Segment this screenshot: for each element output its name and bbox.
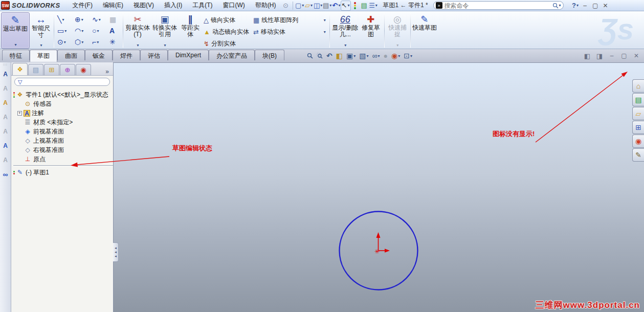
- mirror-entities-button[interactable]: △镜向实体: [202, 15, 251, 25]
- help-button[interactable]: ?▾: [571, 1, 580, 10]
- offset-entities-button[interactable]: ∥ 等距实体: [179, 12, 202, 49]
- solidworks-resources-tab[interactable]: ⌂: [632, 79, 644, 93]
- design-library-tab[interactable]: ▤: [632, 93, 644, 106]
- spline-tool[interactable]: ∿▾: [91, 16, 108, 23]
- select-tool-button[interactable]: ↖▾: [341, 1, 350, 10]
- tree-item-sketch1[interactable]: ✎ (-) 草图1: [13, 168, 113, 177]
- tree-item-material[interactable]: ☰ 材质 <未指定>: [13, 118, 113, 127]
- move-entities-button[interactable]: ⇄移动实体▾: [251, 27, 328, 37]
- sketch-text-tool[interactable]: A: [108, 27, 121, 34]
- tab-sheet-metal[interactable]: 钣金: [85, 50, 113, 60]
- new-document-button[interactable]: ▢▾: [295, 1, 304, 10]
- file-properties-button[interactable]: ▤: [360, 1, 369, 10]
- slot-tool[interactable]: ⊙▾: [56, 38, 73, 46]
- smart-dimension-button[interactable]: ↔ 智能尺寸 ▾: [30, 12, 52, 49]
- line-tool[interactable]: ╲▾: [56, 16, 73, 23]
- tree-root-part[interactable]: ❖ 零件1 (默认<<默认>_显示状态: [13, 90, 113, 99]
- tree-item-right-plane[interactable]: ◇ 右视基准面: [13, 145, 113, 154]
- menu-view[interactable]: 视图(V): [128, 0, 159, 11]
- rebuild-button[interactable]: [350, 1, 360, 10]
- view-orientation-button[interactable]: ▣▾: [345, 51, 357, 61]
- window-close-button[interactable]: ✕: [601, 1, 611, 10]
- window-restore-button[interactable]: ▢: [590, 1, 601, 10]
- tree-item-origin[interactable]: ⊥ 原点: [13, 154, 113, 164]
- graphics-viewport[interactable]: [114, 62, 644, 312]
- previous-view-button[interactable]: ↶: [325, 51, 334, 61]
- print-button[interactable]: ▤▾: [323, 1, 332, 10]
- view-sketch-relations-button[interactable]: ∞: [1, 170, 10, 179]
- view-palette-tab[interactable]: ⊞: [632, 121, 644, 134]
- rectangle-tool[interactable]: ▭▾: [56, 27, 73, 34]
- expand-icon[interactable]: +: [17, 111, 22, 116]
- polygon-tool[interactable]: ⬡▾: [73, 38, 91, 46]
- tab-weldments[interactable]: 焊件: [113, 50, 140, 60]
- search-dropdown-icon[interactable]: ▾: [559, 3, 561, 8]
- collapse-left-pane-button[interactable]: ◧: [583, 51, 592, 60]
- section-view-button[interactable]: ◧: [335, 51, 344, 61]
- display-manager-tab[interactable]: ◉: [76, 64, 91, 75]
- split-entities-button[interactable]: ↯分割实体: [202, 39, 251, 49]
- collapse-right-pane-button[interactable]: ◨: [595, 51, 604, 60]
- display-delete-relations-button[interactable]: 66 显示/删除几... ▾: [331, 12, 359, 49]
- rapid-sketch-button[interactable]: ✎ 快速草图: [412, 12, 437, 49]
- tab-surfaces[interactable]: 曲面: [57, 50, 85, 60]
- point-tool[interactable]: ✳: [108, 38, 121, 46]
- convert-entities-button[interactable]: ▣ 转换实体引用 ▾: [150, 12, 179, 49]
- menu-file[interactable]: 文件(F): [68, 0, 98, 11]
- dimxpert-manager-tab[interactable]: ⊕: [60, 64, 75, 75]
- save-block-button[interactable]: A: [1, 141, 10, 150]
- menu-tools[interactable]: 工具(T): [187, 0, 217, 11]
- doc-close-button[interactable]: ✕: [632, 51, 641, 60]
- hide-show-items-button[interactable]: ∞▾: [371, 51, 381, 61]
- feature-tree-tab[interactable]: ❖: [12, 63, 28, 75]
- dynamic-mirror-button[interactable]: ▲动态镜向实体: [202, 27, 251, 37]
- doc-restore-button[interactable]: ▢: [619, 51, 629, 60]
- fillet-tool[interactable]: ⌐▾: [91, 38, 108, 46]
- save-button[interactable]: ◫▾: [314, 1, 323, 10]
- tab-office-products[interactable]: 办公室产品: [209, 50, 255, 60]
- exit-sketch-button[interactable]: ✎ 退出草图 ▾: [1, 12, 30, 49]
- options-button[interactable]: ☰▾: [369, 1, 378, 10]
- search-input[interactable]: [445, 2, 552, 9]
- property-manager-tab[interactable]: ▤: [28, 64, 43, 75]
- tab-blocks[interactable]: 块(B): [255, 50, 284, 60]
- display-style-button[interactable]: ▧▾: [358, 51, 369, 61]
- tree-item-front-plane[interactable]: ◈ 前视基准面: [13, 127, 113, 136]
- appearances-tab[interactable]: ◉: [632, 135, 644, 148]
- ellipse-tool[interactable]: ○▾: [91, 27, 108, 34]
- command-search-box[interactable]: » ▾: [433, 1, 564, 10]
- tab-features[interactable]: 特征: [2, 50, 30, 60]
- window-minimize-button[interactable]: –: [580, 1, 590, 10]
- zoom-to-area-button[interactable]: [316, 51, 324, 61]
- tree-filter-input[interactable]: ▽: [14, 78, 110, 86]
- menu-insert[interactable]: 插入(I): [159, 0, 187, 11]
- apply-scene-button[interactable]: ◉▾: [390, 51, 401, 61]
- zoom-to-fit-button[interactable]: [306, 51, 314, 61]
- undo-button[interactable]: ↶▾: [332, 1, 341, 10]
- tab-dimxpert[interactable]: DimXpert: [168, 50, 209, 60]
- tree-item-annotations[interactable]: + A 注解: [13, 108, 113, 118]
- tree-item-top-plane[interactable]: ◇ 上视基准面: [13, 136, 113, 145]
- linear-pattern-button[interactable]: ▦线性草图阵列▾: [251, 15, 328, 25]
- tree-rollback-bar[interactable]: [13, 165, 113, 166]
- menu-help[interactable]: 帮助(H): [250, 0, 281, 11]
- pattern-ghost-tool[interactable]: ▦: [108, 16, 121, 23]
- file-explorer-tab[interactable]: ▱: [632, 107, 644, 120]
- repair-sketch-button[interactable]: ✚ 修复草图: [359, 12, 383, 49]
- tab-evaluate[interactable]: 评估: [140, 50, 168, 60]
- circle-tool[interactable]: ⊕▾: [73, 16, 91, 23]
- tab-sketch[interactable]: 草图: [30, 50, 57, 62]
- search-icon[interactable]: [552, 3, 559, 9]
- panel-splitter-handle[interactable]: ◂ ◂ ◂: [113, 242, 119, 262]
- view-settings-button[interactable]: ⊡▾: [403, 51, 413, 61]
- pin-menu-icon[interactable]: ⊙: [281, 1, 291, 10]
- open-block-button[interactable]: A: [1, 98, 10, 107]
- panel-overflow-chevron[interactable]: »: [102, 68, 112, 75]
- open-document-button[interactable]: ▱▾: [304, 1, 314, 10]
- doc-minimize-button[interactable]: –: [607, 51, 616, 60]
- custom-properties-tab[interactable]: ✎: [632, 148, 644, 162]
- toolbar-grip[interactable]: ∶∶∶: [3, 63, 7, 66]
- menu-edit[interactable]: 编辑(E): [98, 0, 128, 11]
- configuration-manager-tab[interactable]: ⊞: [44, 64, 59, 75]
- trim-entities-button[interactable]: ✂ 剪裁实体(T) ▾: [125, 12, 150, 49]
